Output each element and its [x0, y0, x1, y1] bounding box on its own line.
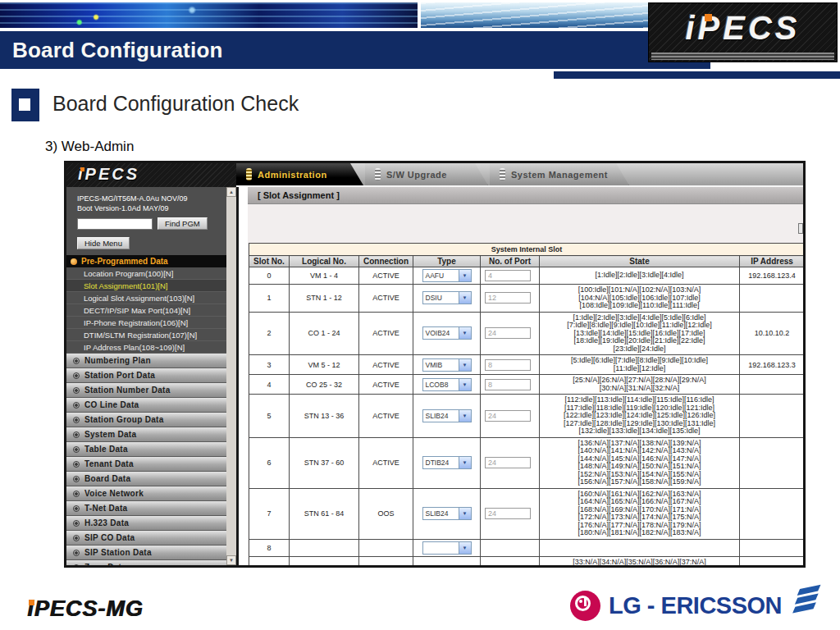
sidebar-scrollbar[interactable] — [226, 187, 236, 565]
sidebar-group-h-323-data[interactable]: H.323 Data — [66, 516, 226, 531]
slot-no-cell: 0 — [249, 267, 290, 285]
group-bullet-icon — [73, 491, 80, 497]
port-input[interactable] — [485, 270, 531, 281]
type-cell: DTIB24 — [413, 437, 481, 488]
sidebar-group-label: Board Data — [84, 474, 130, 483]
type-dropdown[interactable]: VOIB24 — [422, 326, 472, 340]
tab-administration[interactable]: Administration — [236, 163, 363, 185]
group-bullet-icon — [73, 476, 80, 482]
table-row: 1STN 1 - 12ACTIVEDSIU[100:Idle][101:N/A]… — [249, 285, 805, 313]
state-cell: [1:Idle][2:Idle][3:Idle][4:Idle][5:Idle]… — [540, 312, 740, 355]
sidebar-group-board-data[interactable]: Board Data — [66, 472, 226, 486]
type-dropdown[interactable]: AAFU — [422, 269, 472, 282]
ip-address-cell — [740, 437, 805, 488]
tab-label: Administration — [258, 170, 327, 180]
type-dropdown[interactable]: VMIB — [422, 358, 472, 372]
port-input[interactable] — [485, 410, 531, 422]
sidebar-group-label: Station Port Data — [84, 371, 155, 380]
port-input[interactable] — [485, 292, 531, 304]
tab-icon — [375, 168, 381, 180]
logical-no-cell: CO 33 - 62 — [290, 556, 359, 568]
column-header: Type — [413, 256, 481, 267]
sidebar-item-dect-ip-sip-max-port-104-n-[interactable]: DECT/IP/SIP Max Port(104)[N] — [66, 304, 226, 317]
sidebar-group-station-port-data[interactable]: Station Port Data — [66, 368, 226, 383]
sidebar-group-label: Table Data — [84, 445, 128, 454]
clipped-button[interactable] — [798, 223, 803, 234]
state-cell: [25:N/A][26:N/A][27:N/A][28:N/A][29:N/A]… — [540, 375, 740, 395]
sidebar-item-ip-phone-registration-106-n-[interactable]: IP-Phone Registration(106)[N] — [66, 317, 226, 329]
sidebar-group-sip-station-data[interactable]: SIP Station Data — [66, 546, 226, 560]
tab-s-w-upgrade[interactable]: S/W Upgrade — [365, 163, 488, 185]
sidebar-group-sip-co-data[interactable]: SIP CO Data — [66, 531, 226, 546]
logical-no-cell — [290, 539, 359, 556]
sidebar-group-system-data[interactable]: System Data — [66, 427, 226, 442]
port-cell — [481, 355, 540, 375]
sidebar-group-co-line-data[interactable]: CO Line Data — [66, 398, 226, 413]
type-cell — [413, 539, 481, 556]
sidebar-group-tenant-data[interactable]: Tenant Data — [66, 457, 226, 472]
sidebar-group-t-net-data[interactable]: T-Net Data — [66, 501, 226, 516]
sidebar-group-zone-data[interactable]: Zone Data — [66, 560, 226, 565]
tab-system-management[interactable]: System Management — [490, 163, 629, 185]
sidebar-group-voice-network[interactable]: Voice Network — [66, 486, 226, 501]
sidebar-item-ip-address-plan-108-109-n-[interactable]: IP Address Plan(108~109)[N] — [66, 341, 226, 354]
ipecs-logo-text: iPECS — [649, 10, 837, 47]
sidebar-group-label: System Data — [84, 430, 136, 439]
type-dropdown[interactable] — [422, 541, 472, 555]
port-input[interactable] — [485, 457, 531, 468]
ipecs-logo-orange-dot-icon — [705, 14, 712, 21]
sidebar-item-dtim-sltm-registration-107-n-[interactable]: DTIM/SLTM Registration(107)[N] — [66, 329, 226, 341]
logical-no-cell: STN 13 - 36 — [290, 395, 359, 438]
tab-label: System Management — [511, 170, 608, 180]
group-bullet-icon — [73, 550, 80, 556]
state-cell: [136:N/A][137:N/A][138:N/A][139:N/A] [14… — [540, 437, 740, 488]
connection-cell: ACTIVE — [359, 395, 413, 438]
type-dropdown[interactable]: LCOB8 — [422, 378, 472, 391]
type-dropdown-value: VOIB24 — [423, 327, 459, 339]
port-input[interactable] — [485, 379, 531, 390]
sidebar-group-label: SIP CO Data — [84, 533, 135, 542]
type-cell: DSIU — [413, 285, 481, 313]
port-input[interactable] — [485, 508, 531, 519]
sidebar-group-numbering-plan[interactable]: Numbering Plan — [66, 354, 226, 368]
sidebar-item-slot-assignment-101-n-[interactable]: Slot Assignment(101)[N] — [66, 280, 226, 292]
webadmin-screenshot: iPECS AdministrationS/W UpgradeSystem Ma… — [64, 161, 806, 568]
port-cell — [481, 539, 540, 556]
ip-address-cell — [740, 539, 805, 556]
sidebar-group-pre-programmed-data[interactable]: Pre-Programmed Data — [66, 255, 226, 267]
connection-cell: ACTIVE — [359, 437, 413, 488]
table-row: 5STN 13 - 36ACTIVESLIB24[112:Idle][113:I… — [249, 395, 805, 438]
main-content: [ Slot Assignment ] System Internal Slot… — [248, 187, 803, 565]
find-pgm-input[interactable] — [77, 218, 153, 230]
find-pgm-button[interactable]: Find PGM — [158, 217, 208, 230]
chevron-down-icon — [459, 457, 471, 468]
sidebar-group-label: Pre-Programmed Data — [81, 257, 168, 266]
sidebar-group-label: Voice Network — [84, 489, 144, 498]
group-bullet-icon — [73, 564, 80, 566]
lg-ericsson-logo-text: LG - ERICSSON — [609, 592, 782, 619]
sidebar-item-location-program-100-n-[interactable]: Location Program(100)[N] — [66, 267, 226, 280]
port-input[interactable] — [485, 327, 531, 339]
slot-no-cell: 6 — [249, 437, 290, 488]
sidebar-group-station-number-data[interactable]: Station Number Data — [66, 383, 226, 398]
sidebar-group-station-group-data[interactable]: Station Group Data — [66, 413, 226, 427]
subsection-label: 3) Web-Admin — [45, 139, 134, 155]
ip-address-cell: 192.168.123.4 — [740, 267, 805, 285]
port-cell — [481, 556, 540, 568]
ipecs-mg-logo: iPECS-MG — [27, 596, 144, 622]
slot-no-cell: 7 — [249, 488, 290, 539]
sidebar-item-logical-slot-assignment-103-n-[interactable]: Logical Slot Assignment(103)[N] — [66, 292, 226, 304]
sidebar-group-table-data[interactable]: Table Data — [66, 442, 226, 457]
type-dropdown-value: SLIB24 — [423, 410, 459, 422]
scroll-up-icon[interactable] — [226, 187, 236, 197]
port-input[interactable] — [485, 359, 531, 371]
type-dropdown[interactable]: SLIB24 — [422, 409, 472, 422]
group-bullet-icon — [73, 387, 80, 394]
slide-title-bar: Board Configuration — [0, 31, 710, 69]
hide-menu-button[interactable]: Hide Menu — [77, 237, 130, 249]
type-dropdown[interactable]: DTIB24 — [422, 456, 472, 469]
scroll-down-icon[interactable] — [226, 555, 236, 565]
ip-address-cell — [740, 375, 805, 395]
type-dropdown[interactable]: SLIB24 — [422, 507, 472, 520]
type-dropdown[interactable]: DSIU — [422, 291, 472, 304]
